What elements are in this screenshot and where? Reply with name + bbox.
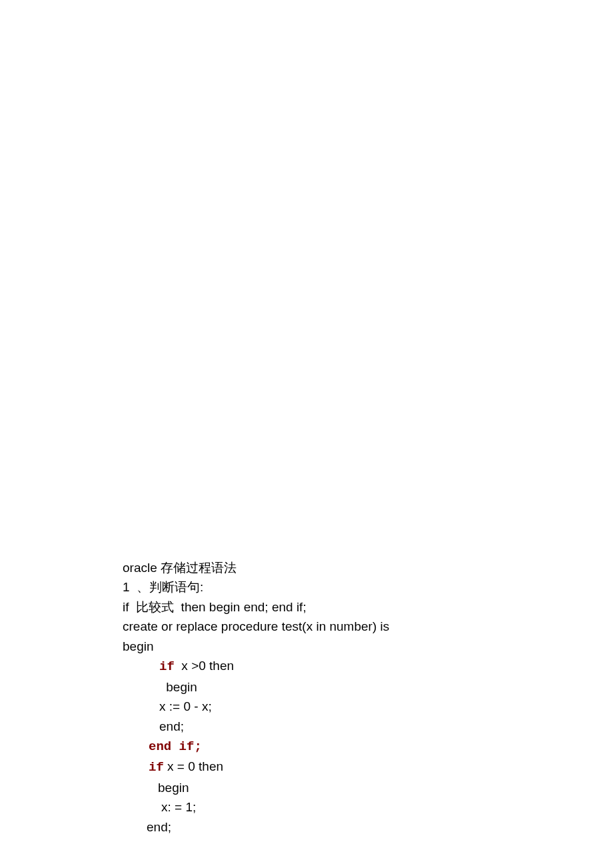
assignment-1: x := 0 - x;	[123, 697, 496, 716]
inner-end-1: end;	[123, 717, 496, 736]
doc-title: oracle 存储过程语法	[123, 558, 496, 577]
inner-begin-2: begin	[123, 778, 496, 797]
if-statement-1: if x >0 then	[123, 656, 496, 677]
inner-begin-1: begin	[123, 677, 496, 697]
endif-keyword: end if;	[149, 739, 202, 754]
if-keyword-2: if	[149, 760, 164, 775]
if1-condition: x >0 then	[175, 659, 234, 673]
inner-end-2: end;	[123, 817, 496, 837]
if-statement-2: if x = 0 then	[123, 757, 496, 777]
procedure-declaration: create or replace procedure test(x in nu…	[123, 617, 496, 636]
document-content: oracle 存储过程语法 1 、判断语句: if 比较式 then begin…	[123, 558, 496, 837]
if2-condition: x = 0 then	[164, 759, 223, 773]
section-heading: 1 、判断语句:	[123, 577, 496, 597]
if-template: if 比较式 then begin end; end if;	[123, 597, 496, 617]
begin-block: begin	[123, 637, 496, 656]
assignment-2: x: = 1;	[123, 797, 496, 817]
end-if: end if;	[123, 736, 496, 757]
if-keyword: if	[159, 659, 175, 674]
